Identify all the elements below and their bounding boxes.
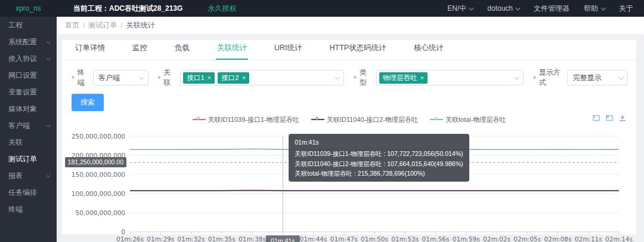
tab-item[interactable]: 负载 [174,38,191,60]
chevron-down-icon [47,173,51,177]
breadcrumb-link[interactable]: 测试订单 [88,20,117,30]
download-icon[interactable] [618,114,627,122]
terminal-select-value: 客户端 [98,73,120,83]
chevron-down-icon [47,123,51,127]
sidebar-item-label: 客户端 [8,121,30,131]
chevron-down-icon [514,75,519,79]
filter-tag: 接口1× [183,72,215,84]
filter-group-type: * 类型 物理层吞吐× [354,68,524,88]
header-nav-item-label: EN/中 [447,4,466,14]
header-nav: EN/中dotouch文件管理器帮助关于 [447,4,644,14]
current-project-label: 当前工程：ADC吞吐测试28_213G [73,4,182,14]
chevron-down-icon [469,5,474,10]
header-nav-item-label: 文件管理器 [534,4,569,14]
header-nav-item-label: 帮助 [584,4,598,14]
breadcrumb-link[interactable]: 首页 [65,20,79,30]
sidebar-item[interactable]: 系统配置 [0,33,57,50]
data-zoom-icon[interactable] [592,114,600,122]
sidebar-item[interactable]: 关联 [0,134,57,151]
tab-item[interactable]: HTTP状态码统计 [329,38,388,60]
tab-item[interactable]: 订单详情 [74,38,106,60]
sidebar-item[interactable]: 工程 [0,17,57,33]
y-axis-pointer-badge: 181,250,000,000.00 [65,157,126,167]
tab-active[interactable]: 关联统计 [216,38,248,60]
display-mode-value: 完整显示 [572,73,601,83]
sidebar-item[interactable]: 媒体对象 [0,100,57,117]
breadcrumb-separator: / [83,22,85,30]
filter-tag: 接口2× [218,72,249,84]
sidebar-item-label: 报表 [8,171,23,181]
svg-text:01m:44s: 01m:44s [300,235,327,242]
sidebar-item[interactable]: 变量设置 [0,84,57,100]
sidebar-item[interactable]: 网口设置 [0,67,57,84]
svg-text:01m:26s: 01m:26s [116,235,144,242]
required-asterisk: * [354,75,357,83]
sidebar-item-label: 关联 [8,137,23,148]
header-nav-item[interactable]: 关于 [619,4,633,14]
breadcrumb-separator: / [120,22,122,30]
display-mode-select[interactable]: 完整显示 [567,70,628,85]
relation-select[interactable]: 接口1×接口2× [180,70,344,85]
chevron-down-icon [47,56,51,60]
tag-close-icon[interactable]: × [420,74,423,81]
breadcrumb-current: 关联统计 [126,20,155,30]
sidebar-item-label: 测试订单 [8,154,37,164]
filter-bar: * 终端 客户端 * 关联 接口1×接口2× * 类型 物理层吞吐× [62,60,636,88]
filter-tag-label: 接口1 [187,73,204,82]
license-badge: 永久授权 [208,4,236,14]
filter-group-relation: * 关联 接口1×接口2× [158,68,345,88]
legend-item[interactable]: 关联ID11039-接口1-物理层吞吐 [193,115,299,124]
svg-text:02m:14s: 02m:14s [605,235,633,242]
content-card: 订单详情监控负载关联统计URI统计HTTP状态码统计核心统计 * 终端 客户端 … [61,39,637,235]
header-nav-item[interactable]: dotouch [487,4,519,13]
type-tags: 物理层吞吐× [379,72,428,84]
chevron-down-icon [600,5,605,10]
svg-text:01m:47s: 01m:47s [330,235,358,242]
tab-item[interactable]: 核心统计 [413,38,445,60]
sidebar-item[interactable]: 终端 [0,201,57,218]
sidebar-item-label: 网口设置 [8,71,37,81]
terminal-select[interactable]: 客户端 [93,70,148,85]
filter-group-terminal: * 终端 客户端 [72,68,148,88]
sidebar-item[interactable]: 客户端 [0,117,57,134]
svg-text:01m:56s: 01m:56s [422,235,450,242]
required-asterisk: * [72,75,75,83]
app-logo[interactable]: xpro_ns [0,4,57,13]
legend-item[interactable]: 关联ID11040-接口2-物理层吞吐 [311,115,418,124]
relation-tags: 接口1×接口2× [183,72,249,84]
sidebar-item[interactable]: 报表 [0,167,57,184]
sidebar-item[interactable]: 任务编排 [0,184,57,201]
header-nav-item[interactable]: 帮助 [584,4,605,14]
tab-item[interactable]: 监控 [131,38,148,60]
sidebar-item[interactable]: 接入协议 [0,50,57,67]
svg-text:01m:29s: 01m:29s [147,235,174,242]
filter-tag-label: 接口2 [221,73,239,82]
legend-item-label: 关联total-物理层吞吐 [445,115,506,124]
tag-close-icon[interactable]: × [242,74,246,81]
chart-area[interactable]: 050,000,000,000100,000,000,000150,000,00… [70,129,634,242]
chevron-down-icon [618,75,623,79]
tag-close-icon[interactable]: × [208,74,211,81]
filter-label-type: 类型 [360,68,373,88]
header-nav-item-label: dotouch [487,4,513,13]
legend-item[interactable]: 关联total-物理层吞吐 [430,115,506,124]
svg-text:02m:08s: 02m:08s [544,235,572,242]
legend-line-marker-icon [193,117,206,122]
search-button[interactable]: 搜索 [72,94,104,111]
sidebar-item[interactable]: 测试订单 [0,151,57,167]
main-area: 首页/测试订单/关联统计 订单详情监控负载关联统计URI统计HTTP状态码统计核… [57,17,644,242]
type-select[interactable]: 物理层吞吐× [376,70,524,85]
filter-tag: 物理层吞吐× [379,72,428,84]
header-nav-item[interactable]: 文件管理器 [534,4,569,14]
header-nav-item[interactable]: EN/中 [447,4,473,14]
chart-section: 关联ID11039-接口1-物理层吞吐关联ID11040-接口2-物理层吞吐关联… [62,114,636,242]
filter-group-display: * 显示方式 完整显示 [533,68,628,88]
svg-text:02m:02s: 02m:02s [483,235,510,242]
tab-item[interactable]: URI统计 [273,38,304,60]
tab-bar: 订单详情监控负载关联统计URI统计HTTP状态码统计核心统计 [62,40,636,60]
tooltip-row: 关联ID11039-接口1-物理层吞吐 : 107,722,723,056(50… [295,149,463,158]
sidebar-item-label: 接入协议 [8,54,37,64]
legend-item-label: 关联ID11040-接口2-物理层吞吐 [327,115,418,124]
sidebar-item-label: 变量设置 [8,87,37,97]
zoom-reset-icon[interactable] [605,114,614,122]
